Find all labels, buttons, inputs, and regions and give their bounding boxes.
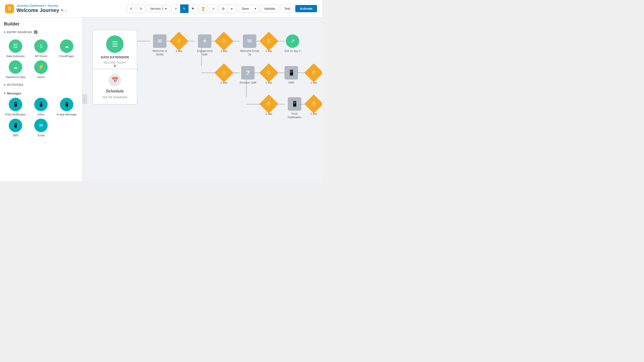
sms-node-icon[interactable]: 📱 (284, 66, 298, 80)
wait6-icon[interactable]: ⏱ (304, 63, 322, 82)
schedule-title: Schedule (97, 89, 133, 93)
engagement-split-label: Engagement Split (195, 49, 215, 56)
wait5-icon[interactable]: ⏱ (259, 63, 278, 82)
flag-button[interactable]: ⚑ (189, 4, 197, 13)
messages-toggle-icon[interactable]: ▾ (4, 92, 6, 95)
save-button-group: Save ▾ (238, 5, 258, 12)
sidebar-item-inbox[interactable]: 📱 Inbox (30, 98, 52, 116)
activities-toggle-icon[interactable]: ▾ (4, 83, 6, 87)
email1-label: Welcome to Scotts (150, 49, 170, 56)
wait3-inner-icon: ⏱ (266, 39, 271, 44)
decision-split-label: Decision Split (240, 81, 256, 84)
email1-node[interactable]: ✉ Welcome to Scotts (150, 34, 170, 56)
wait2-node[interactable]: ⏱ 1 day (217, 34, 231, 53)
sidebar-item-event[interactable]: ⚡ Event (30, 60, 52, 79)
data-extension-label: Data Extension (6, 54, 25, 58)
sidebar-collapse-button[interactable]: ‹ (82, 94, 87, 104)
edit-title-icon[interactable]: ✎ (61, 8, 64, 12)
in-app-message-label: In-App Message (57, 113, 77, 116)
redo-button[interactable]: ↻ (137, 4, 145, 13)
validate-button[interactable]: Validate (260, 5, 279, 12)
push-node-icon[interactable]: 📱 (288, 97, 301, 111)
wait7-icon[interactable]: ⏱ (259, 94, 278, 113)
sidebar-item-salesforce-data[interactable]: ☁ Salesforce Data (4, 60, 27, 79)
sms-node[interactable]: 📱 SMS (284, 66, 298, 84)
push-notification-icon: 📱 (9, 98, 22, 111)
sidebar: Builder ▾ ENTRY SOURCES i ☰ Data Extensi… (0, 17, 82, 181)
data-extension-card[interactable]: ☰ DATA EXTENSION RECORD COUNT 0 (92, 30, 137, 73)
push-notification-label: Push Notification (5, 113, 26, 116)
wait7-node[interactable]: ⏱ 1 day (262, 97, 276, 115)
data-extension-node[interactable]: ☰ DATA EXTENSION RECORD COUNT 0 (92, 30, 137, 73)
wait8-node[interactable]: ⏱ 1 day (307, 97, 320, 115)
in-app-message-icon: 📱 (60, 98, 74, 111)
sidebar-item-data-extension[interactable]: ☰ Data Extension (4, 39, 27, 58)
email2-icon[interactable]: ✉ (243, 34, 256, 48)
test-button[interactable]: Test (280, 5, 294, 12)
export-button[interactable]: ↗ (209, 4, 218, 13)
sidebar-item-cloudpages[interactable]: ☁ CloudPages (55, 39, 78, 58)
email1-icon[interactable]: ✉ (153, 34, 166, 48)
breadcrumb-sep: > (45, 4, 48, 7)
wait8-icon[interactable]: ⏱ (304, 94, 322, 113)
exit-icon[interactable]: ↗ (286, 34, 299, 48)
engagement-split-icon[interactable]: ✳ (198, 34, 212, 48)
sidebar-item-api-event[interactable]: {} API Event (30, 39, 52, 58)
undo-button[interactable]: ↺ (127, 4, 135, 13)
email2-node[interactable]: ✉ Welcome Email 2a (240, 34, 260, 56)
version-selector[interactable]: Version 1 ▾ (147, 5, 170, 12)
settings-button[interactable]: ⚙ (219, 4, 228, 13)
inbox-label: Inbox (38, 113, 44, 116)
wait3-node[interactable]: ⏱ 1 day (262, 34, 276, 53)
sidebar-item-sms[interactable]: 📱 SMS (4, 119, 27, 137)
wait5-inner-icon: ⏱ (266, 70, 271, 76)
entry-sources-grid: ☰ Data Extension {} API Event ☁ CloudPag… (4, 39, 78, 79)
journey-flow: ☰ DATA EXTENSION RECORD COUNT 0 📅 Schedu… (90, 25, 322, 162)
sidebar-item-email[interactable]: ✉ Email (30, 119, 52, 137)
email-icon: ✉ (34, 119, 48, 132)
wait1-icon[interactable]: ⏱ (170, 32, 188, 51)
email-label: Email (38, 134, 45, 137)
sms-label-canvas: SMS (288, 81, 294, 84)
cloudpages-label: CloudPages (59, 54, 74, 58)
schedule-card[interactable]: 📅 Schedule Not Yet Scheduled (92, 69, 137, 104)
wait6-node[interactable]: ⏱ 1 day (307, 66, 320, 84)
settings-toolbar-group: ⚙ ▾ (219, 4, 236, 13)
decision-split-node[interactable]: ? Decision Split (240, 66, 256, 84)
main-layout: Builder ▾ ENTRY SOURCES i ☰ Data Extensi… (0, 17, 322, 181)
wait2-icon[interactable]: ⏱ (214, 32, 234, 51)
view-toolbar-group: ≡ ✎ ⚑ (172, 4, 198, 13)
wait4-icon[interactable]: ⏱ (214, 63, 234, 82)
wait7-inner-icon: ⏱ (266, 101, 271, 107)
wait1-node[interactable]: ⏱ 1 day (172, 34, 186, 53)
engagement-split-node[interactable]: ✳ Engagement Split (195, 34, 215, 56)
sidebar-item-push-notification[interactable]: 📱 Push Notification (4, 98, 27, 116)
entry-sources-header: ▾ ENTRY SOURCES i (4, 30, 78, 36)
event-label: Event (38, 75, 44, 79)
breadcrumb-top: Journeys Dashboard > Journey (16, 4, 124, 7)
list-view-button[interactable]: ≡ (172, 4, 180, 13)
schedule-node[interactable]: 📅 Schedule Not Yet Scheduled (92, 69, 137, 104)
wait5-node[interactable]: ⏱ 1 day (262, 66, 276, 84)
chevron-down-icon: ▾ (165, 7, 167, 10)
exit-node[interactable]: ↗ Exit on day 3 (284, 34, 300, 53)
page-title: Welcome Journey ✎ › (16, 7, 124, 13)
breadcrumb-parent[interactable]: Journeys Dashboard (16, 4, 44, 7)
sidebar-item-in-app-message[interactable]: 📱 In-App Message (55, 98, 78, 116)
navigate-icon[interactable]: › (65, 8, 66, 12)
trophy-button[interactable]: 🏆 (199, 4, 208, 13)
push-node[interactable]: 📱 Push Notification (284, 97, 304, 119)
save-dropdown-button[interactable]: ▾ (252, 5, 258, 12)
breadcrumb: Journeys Dashboard > Journey Welcome Jou… (16, 4, 124, 13)
wait8-inner-icon: ⏱ (312, 101, 316, 107)
edit-view-button[interactable]: ✎ (180, 4, 189, 13)
save-button[interactable]: Save (238, 5, 252, 12)
wait3-icon[interactable]: ⏱ (259, 32, 278, 51)
entry-sources-info-icon[interactable]: i (34, 30, 38, 34)
decision-split-icon[interactable]: ? (241, 66, 254, 80)
api-event-label: API Event (35, 54, 47, 58)
activate-button[interactable]: Activate (295, 5, 317, 12)
entry-sources-toggle-icon[interactable]: ▾ (4, 30, 6, 34)
wait4-node[interactable]: ⏱ 1 day (217, 66, 231, 84)
settings-dropdown-button[interactable]: ▾ (228, 4, 236, 13)
